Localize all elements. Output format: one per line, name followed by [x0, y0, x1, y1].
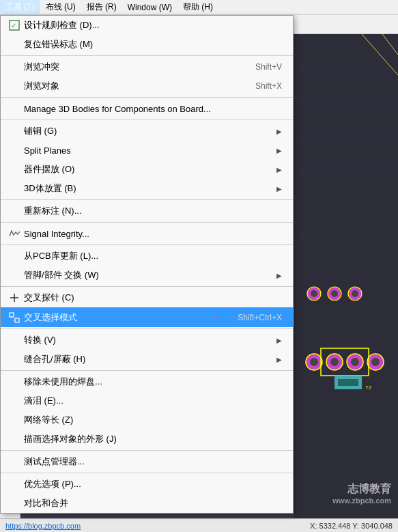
3d-placement-arrow: ▶ — [276, 185, 282, 193]
svg-point-22 — [330, 358, 339, 366]
design-rule-icon: ✓ — [8, 18, 21, 32]
3d-placement-label: 3D体放置 (B) — [24, 182, 276, 195]
browse-objects-shortcut: Shift+X — [242, 81, 282, 91]
remove-pads-icon — [8, 375, 21, 389]
menu-item-draw-outline[interactable]: 描画选择对象的外形 (J) — [1, 430, 293, 449]
net-equal-length-icon — [8, 413, 21, 427]
slot-hole-label: 缝合孔/屏蔽 (H) — [24, 353, 276, 365]
teardrop-icon — [8, 394, 21, 408]
menu-item-component-placement[interactable]: 器件摆放 (O) ▶ — [1, 160, 293, 179]
sep-11 — [1, 473, 293, 473]
cross-probe-label: 交叉探针 (C) — [24, 292, 282, 304]
reset-error-icon — [8, 38, 21, 51]
menu-item-manage-3d[interactable]: Manage 3D Bodies for Components on Board… — [1, 99, 293, 118]
browse-conflicts-shortcut: Shift+V — [242, 62, 282, 72]
svg-text:72: 72 — [365, 384, 371, 391]
status-url: https://blog.zbpcb.com — [5, 522, 81, 530]
sep-7 — [1, 286, 293, 287]
browse-objects-icon — [8, 79, 21, 93]
menu-report[interactable]: 报告 (R) — [81, 0, 122, 14]
tools-dropdown-menu: ✓ 设计规则检查 (D)... 复位错误标志 (M) 浏览冲突 Shift+V … — [0, 15, 294, 514]
design-rule-label: 设计规则检查 (D)... — [24, 19, 282, 31]
menu-item-cross-probe[interactable]: 交叉探针 (C) — [1, 288, 293, 307]
update-lib-icon — [8, 249, 21, 263]
svg-text:✓: ✓ — [11, 22, 16, 29]
testpoint-label: 测试点管理器... — [24, 456, 282, 468]
copper-pour-label: 铺铜 (G) — [24, 125, 276, 137]
browse-conflicts-label: 浏览冲突 — [24, 61, 242, 73]
preferences-icon — [8, 477, 21, 491]
pin-swap-arrow: ▶ — [276, 272, 282, 279]
split-planes-icon — [8, 143, 21, 157]
testpoint-icon — [8, 455, 21, 468]
draw-outline-label: 描画选择对象的外形 (J) — [24, 433, 282, 445]
status-coords: X: 5332.448 Y: 3040.048 — [310, 522, 393, 530]
menu-item-browse-conflicts[interactable]: 浏览冲突 Shift+V — [1, 57, 293, 76]
status-bar: https://blog.zbpcb.com X: 5332.448 Y: 30… — [0, 518, 398, 532]
svg-rect-8 — [294, 34, 398, 532]
compare-merge-icon — [8, 496, 21, 510]
svg-point-26 — [371, 358, 380, 366]
menu-item-reset-error[interactable]: 复位错误标志 (M) — [1, 35, 293, 54]
menu-item-convert[interactable]: 转换 (V) ▶ — [1, 331, 293, 350]
menu-item-split-planes[interactable]: Split Planes ▶ — [1, 141, 293, 160]
reset-error-label: 复位错误标志 (M) — [24, 38, 282, 51]
pin-swap-label: 管脚/部件 交换 (W) — [24, 269, 276, 281]
sep-9 — [1, 370, 293, 371]
cross-select-icon — [8, 311, 21, 324]
menu-item-signal-integrity[interactable]: Signal Integrity... — [1, 224, 293, 243]
menu-item-slot-hole[interactable]: 缝合孔/屏蔽 (H) ▶ — [1, 350, 293, 369]
menu-help[interactable]: 帮助 (H) — [177, 0, 218, 14]
manage-3d-icon — [8, 102, 21, 115]
menu-item-pin-swap[interactable]: 管脚/部件 交换 (W) ▶ — [1, 266, 293, 285]
sep-3 — [1, 120, 293, 120]
svg-point-34 — [331, 290, 338, 297]
cross-select-label: 交叉选择模式 — [24, 311, 209, 324]
menu-item-3d-placement[interactable]: 3D体放置 (B) ▶ — [1, 179, 293, 198]
menu-item-net-equal-length[interactable]: 网络等长 (Z) — [1, 410, 293, 430]
watermark: 志博教育 www.zbpcb.com — [332, 482, 391, 505]
svg-rect-29 — [338, 379, 358, 386]
menu-item-compare-merge[interactable]: 对比和合并 — [1, 494, 293, 513]
draw-outline-icon — [8, 432, 21, 446]
component-placement-icon — [8, 163, 21, 176]
svg-rect-4 — [10, 313, 14, 317]
menu-item-design-rule-check[interactable]: ✓ 设计规则检查 (D)... — [1, 16, 293, 35]
menu-item-re-annotate[interactable]: 重新标注 (N)... — [1, 201, 293, 221]
browse-conflicts-icon — [8, 60, 21, 74]
compare-merge-label: 对比和合并 — [24, 497, 282, 509]
svg-point-24 — [351, 358, 359, 366]
menu-route[interactable]: 布线 (U) — [40, 0, 81, 14]
menu-item-browse-objects[interactable]: 浏览对象 Shift+X — [1, 76, 293, 96]
sep-8 — [1, 328, 293, 329]
pin-swap-icon — [8, 268, 21, 282]
sep-4 — [1, 199, 293, 200]
menu-item-testpoint-manager[interactable]: 测试点管理器... — [1, 452, 293, 471]
menu-tools[interactable]: 工具 (T) — [0, 0, 40, 14]
split-planes-label: Split Planes — [24, 145, 276, 156]
net-equal-length-label: 网络等长 (Z) — [24, 414, 282, 426]
menu-item-preferences[interactable]: 优先选项 (P)... — [1, 475, 293, 494]
watermark-url: www.zbpcb.com — [332, 496, 391, 505]
component-placement-label: 器件摆放 (O) — [24, 163, 276, 176]
menu-window[interactable]: Window (W) — [122, 1, 177, 14]
convert-icon — [8, 333, 21, 347]
menubar: 工具 (T) 布线 (U) 报告 (R) Window (W) 帮助 (H) — [0, 0, 398, 15]
remove-pads-label: 移除未使用的焊盘... — [24, 376, 282, 388]
svg-point-20 — [310, 358, 318, 366]
watermark-line1: 志博教育 — [332, 482, 391, 496]
svg-rect-5 — [15, 318, 19, 322]
preferences-label: 优先选项 (P)... — [24, 478, 282, 490]
menu-item-teardrop[interactable]: 滴泪 (E)... — [1, 391, 293, 410]
copper-pour-icon — [8, 124, 21, 138]
pcb-canvas: 72 — [294, 34, 398, 532]
menu-item-copper-pour[interactable]: 铺铜 (G) ▶ — [1, 122, 293, 141]
menu-item-cross-select[interactable]: 交叉选择模式 ← Shift+Ctrl+X — [1, 307, 293, 327]
convert-label: 转换 (V) — [24, 334, 276, 346]
3d-placement-icon — [8, 182, 21, 195]
svg-point-32 — [311, 290, 317, 297]
sep-6 — [1, 244, 293, 245]
menu-item-remove-unused-pads[interactable]: 移除未使用的焊盘... — [1, 372, 293, 391]
browse-objects-label: 浏览对象 — [24, 80, 242, 92]
menu-item-update-from-lib[interactable]: 从PCB库更新 (L)... — [1, 247, 293, 266]
